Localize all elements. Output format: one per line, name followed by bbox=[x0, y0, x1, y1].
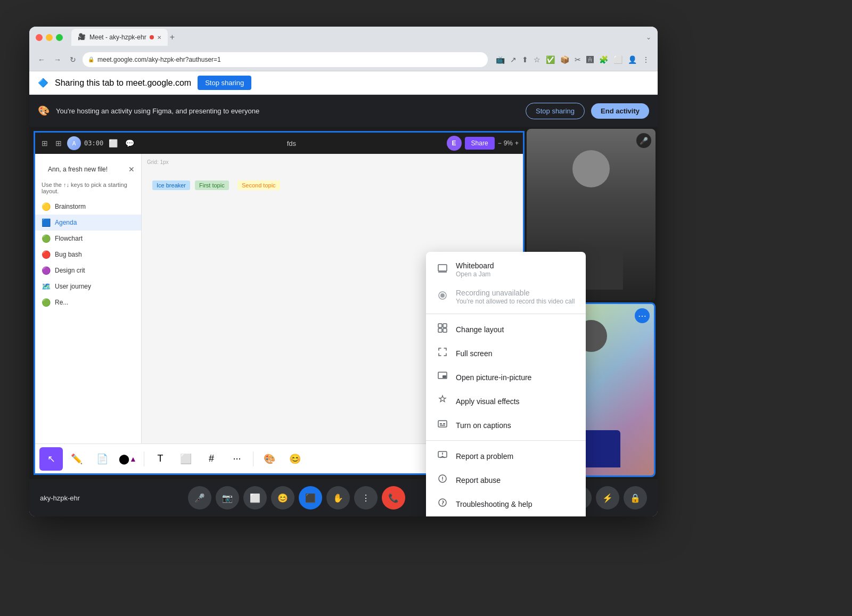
bookmark-icon[interactable]: ☆ bbox=[532, 54, 542, 65]
emoji-button[interactable]: 😊 bbox=[271, 486, 294, 510]
profile-icon[interactable]: 👤 bbox=[626, 54, 638, 65]
figma-sticky-tool[interactable]: 📄 bbox=[91, 447, 114, 471]
figma-zoom-plus[interactable]: + bbox=[515, 139, 519, 147]
svg-point-19 bbox=[442, 480, 443, 481]
camera-button[interactable]: 📷 bbox=[216, 486, 239, 510]
sidebar-item-userjourney[interactable]: 🗺️ User journey bbox=[35, 278, 141, 294]
menu-item-troubleshooting[interactable]: Troubleshooting & help bbox=[426, 492, 586, 516]
hand-button[interactable]: ✋ bbox=[326, 486, 350, 510]
whiteboard-sub: Open a Jam bbox=[456, 270, 575, 278]
cast-icon[interactable]: 📺 bbox=[494, 54, 506, 65]
figma-emoji-tool[interactable]: 😊 bbox=[283, 447, 307, 471]
sidebar-item-agenda[interactable]: 🟦 Agenda bbox=[35, 215, 141, 231]
designcrit-label: Design crit bbox=[55, 267, 85, 274]
figma-pencil-tool[interactable]: ✏️ bbox=[65, 447, 88, 471]
figma-comment-icon[interactable]: 💬 bbox=[123, 137, 136, 150]
refresh-button[interactable]: ↻ bbox=[68, 53, 78, 66]
present-button[interactable]: ⬜ bbox=[243, 486, 267, 510]
extension2-icon[interactable]: 📦 bbox=[559, 54, 571, 65]
url-bar[interactable]: 🔒 meet.google.com/aky-hzpk-ehr?authuser=… bbox=[83, 52, 488, 67]
meet-activity-bar: 🎨 You're hosting an activity using Figma… bbox=[29, 95, 658, 127]
canvas-tag-firsttopic[interactable]: First topic bbox=[195, 180, 229, 190]
figma-more-tool[interactable]: ··· bbox=[225, 447, 249, 471]
canvas-tag-icebreaker[interactable]: Ice breaker bbox=[152, 180, 190, 190]
share-icon[interactable]: ⬆ bbox=[520, 54, 530, 65]
toolbar-separator-2 bbox=[253, 451, 253, 466]
canvas-tag-secondtopic[interactable]: Second topic bbox=[237, 180, 280, 190]
menu-item-visual-effects[interactable]: Apply visual effects bbox=[426, 389, 586, 413]
meet-stop-sharing-button[interactable]: Stop sharing bbox=[526, 103, 585, 119]
menu-item-change-layout[interactable]: Change layout bbox=[426, 317, 586, 341]
more-options-badge[interactable]: ⋯ bbox=[635, 308, 650, 323]
svg-rect-4 bbox=[438, 324, 442, 327]
sidebar-item-flowchart[interactable]: 🟢 Flowchart bbox=[35, 231, 141, 247]
meet-end-activity-button[interactable]: End activity bbox=[591, 103, 649, 119]
figma-sidebar-close[interactable]: ✕ bbox=[128, 165, 135, 174]
figma-frame-tool[interactable]: ⬜ bbox=[174, 447, 198, 471]
stop-sharing-browser-button[interactable]: Stop sharing bbox=[198, 76, 251, 90]
menu-item-settings[interactable]: Settings bbox=[426, 516, 586, 516]
tab-title: Meet - aky-hzpk-ehr bbox=[89, 34, 146, 41]
extension4-icon[interactable]: 🅰 bbox=[585, 54, 595, 65]
menu-icon[interactable]: ⋮ bbox=[641, 54, 651, 65]
more-options-button[interactable]: ⋮ bbox=[354, 486, 378, 510]
minimize-button[interactable] bbox=[46, 34, 53, 41]
menu-item-whiteboard[interactable]: Whiteboard Open a Jam bbox=[426, 256, 586, 283]
tab-bar: 🎥 Meet - aky-hzpk-ehr ✕ + bbox=[71, 29, 642, 46]
re-label: Re... bbox=[55, 299, 68, 306]
toolbar-separator-1 bbox=[144, 451, 144, 466]
figma-share-button[interactable]: Share bbox=[465, 137, 495, 150]
extension1-icon[interactable]: ✅ bbox=[544, 54, 556, 65]
figma-grid-icon[interactable]: ⊞ bbox=[53, 137, 64, 150]
report-problem-icon bbox=[437, 449, 448, 463]
menu-item-report-problem[interactable]: Report a problem bbox=[426, 444, 586, 468]
figma-sticker-tool[interactable]: 🎨 bbox=[258, 447, 281, 471]
maximize-button[interactable] bbox=[56, 34, 63, 41]
sidebar-item-re[interactable]: 🟢 Re... bbox=[35, 294, 141, 310]
lock-button[interactable]: 🔒 bbox=[624, 486, 647, 510]
figma-icon: 🎨 bbox=[38, 105, 50, 117]
flowchart-icon: 🟢 bbox=[42, 234, 51, 243]
tab-icon[interactable]: ⬜ bbox=[612, 54, 624, 65]
address-bar: ← → ↻ 🔒 meet.google.com/aky-hzpk-ehr?aut… bbox=[29, 48, 658, 71]
external-link-icon[interactable]: ↗ bbox=[509, 54, 518, 65]
activities-button[interactable]: ⬛ bbox=[299, 486, 322, 510]
forward-button[interactable]: → bbox=[52, 53, 63, 66]
sidebar-item-designcrit[interactable]: 🟣 Design crit bbox=[35, 262, 141, 278]
menu-item-fullscreen[interactable]: Full screen bbox=[426, 341, 586, 365]
dropdown-menu: Whiteboard Open a Jam Recording unavaila… bbox=[426, 252, 586, 516]
designcrit-icon: 🟣 bbox=[42, 266, 51, 275]
extensions-icon[interactable]: 🧩 bbox=[597, 54, 610, 65]
whiteboard-icon bbox=[437, 263, 448, 276]
mic-button[interactable]: 🎤 bbox=[188, 486, 211, 510]
close-button[interactable] bbox=[36, 34, 43, 41]
bugbash-label: Bug bash bbox=[55, 251, 82, 258]
menu-item-captions[interactable]: Turn on captions bbox=[426, 413, 586, 437]
figma-collaborator-avatar: E bbox=[447, 136, 462, 151]
new-tab-button[interactable]: + bbox=[170, 32, 175, 42]
svg-point-15 bbox=[442, 454, 443, 455]
sharing-icon: 🔷 bbox=[38, 78, 48, 88]
figma-shapes-tool[interactable]: ⬤▲ bbox=[116, 447, 140, 471]
whiteboard-info: Whiteboard Open a Jam bbox=[456, 261, 575, 278]
menu-item-report-abuse[interactable]: Report abuse bbox=[426, 468, 586, 492]
extension3-icon[interactable]: ✂ bbox=[573, 54, 583, 65]
figma-text-tool[interactable]: T bbox=[149, 447, 172, 471]
figma-cursor-tool[interactable]: ↖ bbox=[39, 447, 63, 471]
sidebar-item-brainstorm[interactable]: 🟡 Brainstorm bbox=[35, 199, 141, 215]
activities2-button[interactable]: ⚡ bbox=[596, 486, 619, 510]
figma-main-icon[interactable]: ⊞ bbox=[39, 137, 50, 150]
tab-close-icon[interactable]: ✕ bbox=[157, 35, 161, 40]
figma-table-tool[interactable]: # bbox=[200, 447, 223, 471]
tab-record-dot bbox=[150, 35, 154, 39]
figma-zoom-minus[interactable]: − bbox=[498, 139, 502, 147]
menu-item-pip[interactable]: Open picture-in-picture bbox=[426, 365, 586, 389]
title-bar: 🎥 Meet - aky-hzpk-ehr ✕ + ⌄ bbox=[29, 27, 658, 48]
recording-sub: You're not allowed to record this video … bbox=[456, 298, 575, 305]
end-call-button[interactable]: 📞 bbox=[382, 486, 405, 510]
back-button[interactable]: ← bbox=[36, 53, 47, 66]
active-tab[interactable]: 🎥 Meet - aky-hzpk-ehr ✕ bbox=[71, 29, 168, 46]
sidebar-item-bugbash[interactable]: 🔴 Bug bash bbox=[35, 247, 141, 262]
figma-layout-icon[interactable]: ⬜ bbox=[106, 137, 120, 150]
svg-rect-12 bbox=[443, 423, 445, 424]
